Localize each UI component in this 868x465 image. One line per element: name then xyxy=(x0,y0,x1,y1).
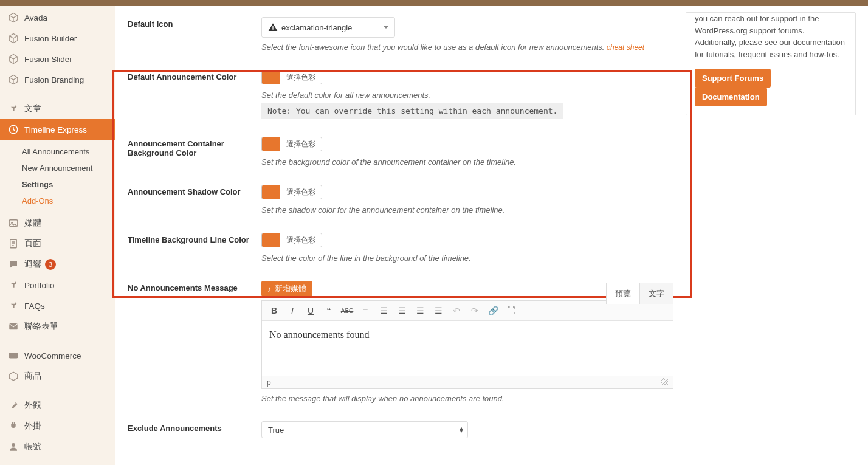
setting-label: Announcement Shadow Color xyxy=(128,185,261,215)
underline-icon[interactable]: U xyxy=(305,305,317,317)
link-icon[interactable]: 🔗 xyxy=(487,305,499,317)
default-icon-help: Select the font-awesome icon that you wo… xyxy=(261,43,673,52)
color-picker-label: 選擇色彩 xyxy=(280,139,322,150)
svg-rect-5 xyxy=(9,353,18,359)
bold-icon[interactable]: B xyxy=(268,305,280,317)
align-left-icon[interactable]: ☰ xyxy=(396,305,408,317)
ul-icon[interactable]: ≡ xyxy=(359,305,371,317)
exclude-select[interactable]: True ▲▼ xyxy=(261,421,468,438)
settings-main: Default Icon exclamation-triangle Select… xyxy=(115,6,686,465)
music-note-icon: ♪ xyxy=(267,284,272,294)
wysiwyg-editor: 預覽 文字 B I U “ ABC ≡ ☰ ☰ ☰ ☰ ↶ xyxy=(261,300,673,389)
sidebar-item[interactable]: Timeline Express xyxy=(0,119,115,140)
align-center-icon[interactable]: ☰ xyxy=(414,305,426,317)
sidebar-item-label: 帳號 xyxy=(24,441,41,452)
sidebar-subitem[interactable]: Add-Ons xyxy=(0,193,115,209)
resize-handle-icon[interactable] xyxy=(661,378,668,385)
support-forums-button[interactable]: Support Forums xyxy=(695,69,771,88)
setting-help: Set the default color for all new announ… xyxy=(261,91,673,100)
sidebar-item[interactable]: FAQs xyxy=(0,295,115,316)
sidebar-item[interactable]: 外掛 xyxy=(0,416,115,436)
add-media-button[interactable]: ♪新增媒體 xyxy=(261,281,312,297)
no-announcements-label: No Announcements Message xyxy=(128,281,261,403)
svg-rect-4 xyxy=(9,323,18,330)
setting-label: Timeline Background Line Color xyxy=(128,233,261,263)
ol-icon[interactable]: ☰ xyxy=(377,305,390,317)
sidebar-item[interactable]: 頁面 xyxy=(0,233,115,254)
sidebar-subitem[interactable]: All Announcements xyxy=(0,143,115,160)
support-text: you can reach out for support in the Wor… xyxy=(695,13,847,60)
color-picker-label: 選擇色彩 xyxy=(280,187,322,198)
exclamation-triangle-icon xyxy=(268,22,278,32)
media-icon xyxy=(7,217,19,229)
clock-icon xyxy=(7,123,19,136)
sidebar-item[interactable]: Avada xyxy=(0,7,115,28)
sidebar-item-label: 頁面 xyxy=(24,238,41,249)
color-picker-button[interactable]: 選擇色彩 xyxy=(261,185,322,199)
setting-note: Note: You can override this setting with… xyxy=(261,103,563,119)
default-icon-value: exclamation-triangle xyxy=(281,23,352,32)
sidebar-item[interactable]: 媒體 xyxy=(0,213,115,233)
color-swatch xyxy=(262,185,280,199)
sidebar-item-label: WooCommerce xyxy=(24,351,81,360)
stepper-icon: ▲▼ xyxy=(459,427,464,433)
color-picker-button[interactable]: 選擇色彩 xyxy=(261,233,322,247)
sidebar-item[interactable]: Portfolio xyxy=(0,275,115,295)
sidebar-item[interactable]: Fusion Branding xyxy=(0,69,115,90)
redo-icon[interactable]: ↷ xyxy=(469,305,481,317)
sidebar-item-label: 媒體 xyxy=(24,218,41,229)
color-picker-button[interactable]: 選擇色彩 xyxy=(261,137,322,151)
sidebar-item-label: Fusion Slider xyxy=(24,55,72,64)
sidebar-item[interactable]: 帳號 xyxy=(0,436,115,457)
sidebar-item[interactable]: 聯絡表單 xyxy=(0,316,115,337)
box-icon xyxy=(7,370,19,382)
color-picker-button[interactable]: 選擇色彩 xyxy=(261,70,322,84)
color-swatch xyxy=(262,71,280,84)
sidebar-item[interactable]: 迴響3 xyxy=(0,254,115,275)
default-icon-select[interactable]: exclamation-triangle xyxy=(261,17,395,38)
plug-icon xyxy=(7,420,19,432)
no-announcements-help: Set the message that will display when n… xyxy=(261,394,673,403)
setting-label: Default Announcement Color xyxy=(128,70,261,119)
brush-icon xyxy=(7,399,19,412)
sidebar-item-label: 外觀 xyxy=(24,400,41,411)
comment-icon xyxy=(7,258,19,270)
page-icon xyxy=(7,238,19,250)
sidebar-item[interactable]: 文章 xyxy=(0,98,115,119)
sidebar-item-label: Fusion Builder xyxy=(24,34,77,43)
sidebar-item[interactable]: Fusion Slider xyxy=(0,49,115,69)
caret-down-icon xyxy=(384,26,388,31)
count-badge: 3 xyxy=(45,259,56,270)
editor-tab-text[interactable]: 文字 xyxy=(639,283,673,304)
exclude-value: True xyxy=(268,425,284,435)
user-icon xyxy=(7,441,19,453)
default-icon-label: Default Icon xyxy=(128,17,261,52)
support-panel: you can reach out for support in the Wor… xyxy=(686,12,856,115)
cheat-sheet-link[interactable]: cheat sheet xyxy=(607,43,644,52)
align-right-icon[interactable]: ☰ xyxy=(432,305,444,317)
editor-path: p xyxy=(267,378,271,387)
sidebar-item-label: FAQs xyxy=(24,301,45,311)
sidebar-item-label: 迴響 xyxy=(24,259,41,270)
sidebar-item-label: 聯絡表單 xyxy=(24,321,58,332)
quote-icon[interactable]: “ xyxy=(323,305,335,317)
setting-help: Select the color of the line in the back… xyxy=(261,253,673,263)
sidebar-item[interactable]: Fusion Builder xyxy=(0,28,115,49)
admin-topbar xyxy=(0,0,868,6)
strike-icon[interactable]: ABC xyxy=(341,305,353,317)
documentation-button[interactable]: Documentation xyxy=(695,88,767,106)
fullscreen-icon[interactable]: ⛶ xyxy=(505,305,517,317)
sidebar-subitem[interactable]: New Announcement xyxy=(0,160,115,176)
sidebar-item[interactable]: 商品 xyxy=(0,366,115,387)
mail-icon xyxy=(7,320,19,332)
sidebar-item[interactable]: WooCommerce xyxy=(0,345,115,366)
sidebar-item-label: Fusion Branding xyxy=(24,75,84,84)
italic-icon[interactable]: I xyxy=(286,305,298,317)
sidebar-item[interactable]: 外觀 xyxy=(0,395,115,416)
sidebar-subitem[interactable]: Settings xyxy=(0,176,115,193)
editor-tab-visual[interactable]: 預覽 xyxy=(606,283,640,304)
cube-icon xyxy=(7,32,19,44)
undo-icon[interactable]: ↶ xyxy=(450,305,463,317)
cube-icon xyxy=(7,74,19,86)
editor-content[interactable]: No announcements found xyxy=(262,321,673,376)
